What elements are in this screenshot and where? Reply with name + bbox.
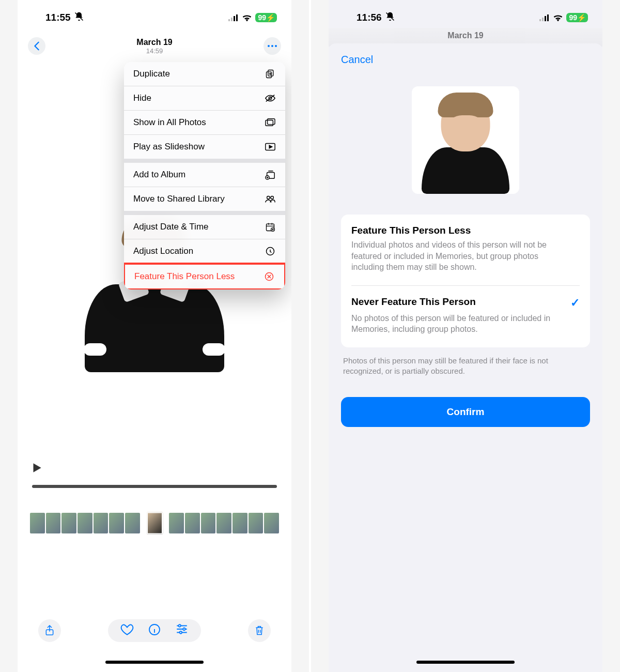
feature-less-sheet: Cancel Feature This Person Less Individu… — [329, 43, 602, 672]
menu-adjust-date[interactable]: Adjust Date & Time — [124, 215, 285, 239]
thumbnail-strip[interactable] — [30, 513, 279, 533]
menu-add-album[interactable]: Add to Album — [124, 163, 285, 187]
menu-slideshow[interactable]: Play as Slideshow — [124, 135, 285, 159]
menu-duplicate[interactable]: Duplicate — [124, 62, 285, 86]
all-photos-icon — [265, 117, 276, 128]
svg-point-17 — [267, 196, 270, 200]
option-feature-less[interactable]: Feature This Person Less Individual phot… — [351, 215, 580, 285]
favorite-button[interactable] — [120, 623, 134, 638]
duplicate-icon — [265, 68, 276, 80]
status-time: 11:56 — [357, 12, 382, 23]
adjust-button[interactable] — [175, 623, 189, 638]
svg-rect-2 — [231, 18, 233, 21]
svg-point-18 — [271, 196, 274, 200]
cancel-button[interactable]: Cancel — [341, 43, 590, 66]
play-button[interactable] — [30, 461, 43, 477]
svg-rect-8 — [268, 70, 273, 77]
thumbnail-selected — [147, 512, 163, 534]
trash-button[interactable] — [248, 619, 271, 642]
menu-shared-library[interactable]: Move to Shared Library — [124, 187, 285, 211]
add-album-icon — [265, 169, 276, 180]
checkmark-icon: ✓ — [570, 296, 580, 310]
svg-rect-12 — [266, 120, 273, 126]
svg-rect-9 — [267, 72, 272, 78]
status-time: 11:55 — [45, 12, 71, 23]
option-never-feature[interactable]: Never Feature This Person ✓ No photos of… — [351, 285, 580, 347]
photo-time: 14:59 — [45, 47, 264, 55]
menu-show-all[interactable]: Show in All Photos — [124, 111, 285, 135]
person-avatar — [412, 86, 519, 194]
status-bar: 11:56 99⚡ — [329, 0, 602, 29]
svg-point-5 — [268, 45, 270, 47]
context-menu: Duplicate Hide Show in All Photos Play a… — [124, 62, 285, 289]
toolbar — [18, 619, 291, 642]
location-icon — [265, 246, 276, 257]
slideshow-icon — [265, 141, 276, 152]
svg-point-26 — [183, 628, 185, 630]
back-button[interactable] — [28, 37, 45, 55]
home-indicator[interactable] — [416, 661, 515, 664]
more-button[interactable] — [264, 37, 281, 55]
photo-header: March 19 14:59 — [18, 29, 291, 59]
info-button[interactable] — [148, 623, 161, 638]
bell-slash-icon — [74, 11, 84, 24]
share-button[interactable] — [38, 619, 61, 642]
cellular-icon — [539, 14, 550, 21]
menu-hide[interactable]: Hide — [124, 86, 285, 111]
svg-rect-4 — [236, 14, 238, 21]
svg-rect-29 — [539, 19, 541, 21]
footnote: Photos of this person may still be featu… — [341, 347, 590, 377]
shared-library-icon — [265, 193, 276, 205]
svg-point-6 — [271, 45, 273, 47]
svg-rect-31 — [545, 16, 546, 21]
battery-indicator: 99⚡ — [566, 13, 588, 22]
video-timeline[interactable] — [32, 485, 277, 488]
circle-x-icon — [264, 271, 275, 282]
svg-rect-1 — [228, 19, 230, 21]
photo-date: March 19 — [45, 38, 264, 47]
menu-feature-less[interactable]: Feature This Person Less — [125, 265, 284, 288]
svg-point-25 — [179, 624, 181, 627]
calendar-icon — [265, 221, 276, 233]
home-indicator[interactable] — [105, 661, 204, 664]
menu-adjust-location[interactable]: Adjust Location — [124, 239, 285, 264]
svg-point-7 — [275, 45, 277, 47]
cellular-icon — [228, 14, 239, 21]
svg-point-27 — [180, 631, 182, 633]
phone-left: 11:55 99⚡ March 19 14:59 — [18, 0, 291, 672]
svg-rect-3 — [234, 16, 235, 21]
svg-rect-13 — [268, 119, 275, 125]
bell-slash-icon — [385, 11, 395, 24]
phone-right: 11:56 99⚡ March 19 Cancel Feat — [329, 0, 602, 672]
options-card: Feature This Person Less Individual phot… — [341, 215, 590, 347]
svg-rect-30 — [542, 18, 544, 21]
svg-rect-32 — [547, 14, 549, 21]
confirm-button[interactable]: Confirm — [341, 397, 590, 427]
wifi-icon — [242, 13, 252, 22]
battery-indicator: 99⚡ — [255, 13, 277, 22]
wifi-icon — [553, 13, 563, 22]
hide-icon — [265, 93, 276, 104]
status-bar: 11:55 99⚡ — [18, 0, 291, 29]
